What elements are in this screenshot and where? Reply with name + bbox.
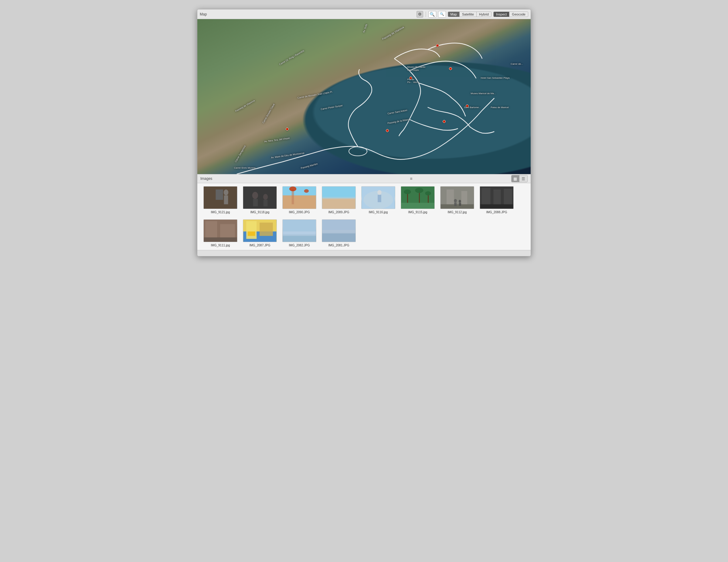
image-thumb-4[interactable] [322, 186, 356, 209]
image-thumb-8[interactable] [480, 186, 514, 209]
image-item-5[interactable]: IMG_9116.jpg [361, 186, 395, 214]
image-name-9: IMG_9111.jpg [211, 243, 230, 247]
image-thumb-6[interactable] [401, 186, 435, 209]
svg-rect-21 [378, 195, 381, 202]
image-item-1[interactable]: IMG_9121.jpg [203, 186, 237, 214]
image-thumb-1[interactable] [203, 186, 237, 209]
svg-rect-11 [283, 195, 316, 209]
image-name-2: IMG_9118.jpg [250, 210, 270, 214]
svg-rect-44 [204, 237, 237, 242]
zoom-in-icon: 🔍 [430, 12, 435, 17]
grid-view-button[interactable]: ▦ [512, 175, 519, 182]
gear-icon: ⚙ [418, 12, 422, 16]
map-marker-6[interactable] [386, 129, 389, 132]
thumb-overlay-1 [204, 186, 237, 209]
svg-rect-7 [253, 199, 258, 206]
svg-point-29 [425, 191, 431, 196]
svg-rect-57 [322, 230, 355, 233]
map-marker-1[interactable] [436, 44, 439, 47]
svg-point-25 [404, 189, 411, 194]
image-item-4[interactable]: IMG_2089.JPG [322, 186, 356, 214]
map-view-button[interactable]: Map [448, 12, 460, 17]
zoom-out-icon: 🔍 [440, 12, 444, 16]
inspect-button[interactable]: Inspect [494, 12, 509, 17]
image-item-9[interactable]: IMG_9111.jpg [203, 219, 237, 247]
svg-rect-32 [447, 189, 454, 204]
svg-point-13 [289, 186, 296, 191]
map-container[interactable]: Passeig de Vilanova Museu RomanticCan Ll… [197, 19, 531, 174]
map-marker-3[interactable] [409, 77, 412, 80]
list-icon: ☰ [522, 176, 525, 181]
satellite-view-button[interactable]: Satellite [460, 12, 477, 17]
image-thumb-12[interactable] [322, 219, 356, 242]
svg-point-0 [349, 147, 367, 156]
svg-point-34 [454, 199, 457, 203]
svg-rect-40 [481, 188, 490, 204]
map-marker-2[interactable] [449, 67, 452, 70]
grid-icon: ▦ [513, 176, 517, 181]
svg-rect-54 [283, 231, 316, 236]
svg-rect-37 [459, 203, 461, 206]
inspect-geocode-group: Inspect Geocode [493, 12, 528, 17]
svg-rect-3 [224, 195, 228, 204]
svg-rect-17 [322, 197, 355, 199]
image-item-7[interactable]: IMG_9112.jpg [440, 186, 474, 214]
image-thumb-2[interactable] [243, 186, 277, 209]
svg-rect-46 [220, 224, 235, 237]
image-name-4: IMG_2089.JPG [328, 210, 349, 214]
zoom-out-button[interactable]: 🔍 [438, 11, 446, 18]
svg-rect-31 [441, 204, 474, 209]
svg-point-2 [224, 189, 229, 195]
image-item-8[interactable]: IMG_2088.JPG [480, 186, 514, 214]
image-thumb-5[interactable] [361, 186, 395, 209]
menu-icon[interactable]: ≡ [410, 176, 412, 181]
image-item-6[interactable]: IMG_9115.jpg [401, 186, 435, 214]
svg-rect-42 [504, 189, 512, 204]
svg-point-27 [415, 188, 423, 193]
image-item-11[interactable]: IMG_2082.JPG [282, 219, 316, 247]
image-item-12[interactable]: IMG_2081.JPG [322, 219, 356, 247]
image-name-6: IMG_9115.jpg [408, 210, 427, 214]
svg-rect-12 [292, 189, 294, 204]
image-thumb-10[interactable] [243, 219, 277, 242]
gear-button[interactable]: ⚙ [417, 11, 423, 18]
image-thumb-7[interactable] [440, 186, 474, 209]
image-item-3[interactable]: IMG_2090.JPG [282, 186, 316, 214]
svg-point-8 [263, 194, 268, 199]
svg-rect-9 [264, 200, 268, 206]
map-marker-7[interactable] [286, 128, 289, 131]
map-marker-5[interactable] [443, 120, 446, 123]
image-thumb-9[interactable] [203, 219, 237, 242]
list-view-button[interactable]: ☰ [519, 175, 527, 182]
images-toolbar: Images ≡ ▦ ☰ [197, 174, 531, 183]
svg-rect-50 [248, 231, 255, 236]
image-name-7: IMG_9112.jpg [448, 210, 467, 214]
svg-point-36 [459, 200, 461, 203]
image-thumb-3[interactable] [282, 186, 316, 209]
svg-rect-39 [480, 204, 513, 209]
map-marker-4[interactable] [466, 104, 469, 107]
image-name-1: IMG_9121.jpg [211, 210, 230, 214]
geocode-button[interactable]: Geocode [509, 12, 528, 17]
app-window: Map ⚙ 🔍 🔍 Map Satellite Hybrid Inspect G… [197, 9, 531, 256]
map-route-overlay [197, 19, 531, 174]
svg-rect-4 [216, 189, 223, 200]
svg-rect-23 [401, 203, 434, 209]
hybrid-view-button[interactable]: Hybrid [477, 12, 491, 17]
svg-rect-35 [454, 203, 457, 206]
image-item-2[interactable]: IMG_9118.jpg [243, 186, 277, 214]
images-section: IMG_9121.jpg IMG_9118.jpg [197, 183, 531, 250]
image-thumb-11[interactable] [282, 219, 316, 242]
svg-rect-45 [205, 221, 217, 237]
zoom-in-button[interactable]: 🔍 [428, 11, 436, 18]
separator [426, 12, 426, 17]
image-name-3: IMG_2090.JPG [289, 210, 310, 214]
image-name-12: IMG_2081.JPG [328, 243, 349, 247]
image-name-10: IMG_2087.JPG [250, 243, 270, 247]
images-title: Images [200, 176, 212, 181]
bottom-bar [197, 250, 531, 256]
view-toggle: ▦ ☰ [511, 175, 528, 182]
svg-rect-5 [243, 186, 276, 209]
image-item-10[interactable]: IMG_2087.JPG [243, 219, 277, 247]
map-view-toggle: Map Satellite Hybrid [448, 12, 492, 17]
